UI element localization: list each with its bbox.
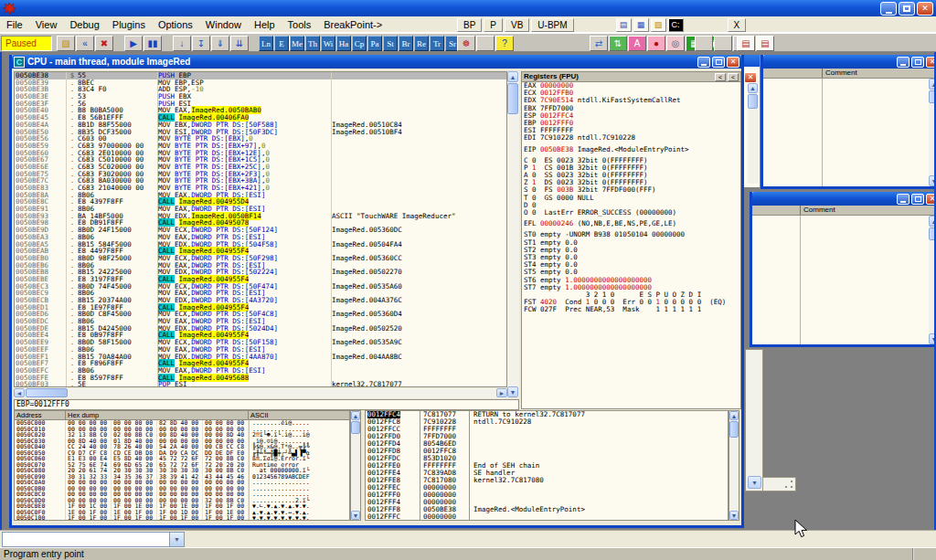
scroll-up-button[interactable]: ▲ <box>929 79 936 90</box>
stack-row[interactable]: 0012FFFC00000000 <box>366 513 728 521</box>
menu-item-debug[interactable]: Debug <box>63 18 105 31</box>
menu-item-view[interactable]: View <box>29 18 64 31</box>
scroll-up-button[interactable]: ▲ <box>351 411 360 420</box>
animate-into-button[interactable]: ⇓ <box>211 36 229 51</box>
close-button[interactable]: ✕ <box>917 2 933 16</box>
menu-item-file[interactable]: File <box>0 18 29 31</box>
console-icon[interactable]: C: <box>668 18 684 32</box>
register-line[interactable]: EDI 7C910228 ntdll.7C910228 <box>522 134 740 142</box>
menu-item-options[interactable]: Options <box>152 18 199 31</box>
scroll-thumb[interactable] <box>351 421 360 434</box>
stack-row[interactable]: 0012FFDC853D1020 <box>366 455 728 462</box>
pane-button-tr[interactable]: Tr <box>430 36 444 51</box>
scroll-up-button[interactable]: ▲ <box>748 83 758 93</box>
comment-pane[interactable] <box>752 216 929 344</box>
folder-icon[interactable]: ▨ <box>651 18 666 32</box>
pane-button-re[interactable]: Re <box>414 36 429 51</box>
spiral-button[interactable]: ◎ <box>666 36 685 51</box>
blank-button[interactable] <box>695 36 713 51</box>
restart-button[interactable]: « <box>76 36 94 51</box>
pane-button-wi[interactable]: Wi <box>321 36 335 51</box>
maximize-button[interactable] <box>911 57 924 68</box>
close-button[interactable]: ✕ <box>727 57 739 68</box>
hexdump-row[interactable]: 0050C1001F 00 1F 001F 00 1F 001F 00 1F 0… <box>15 515 349 521</box>
stack-row[interactable]: 0012FFE0FFFFFFFFEnd of SEH chain <box>366 462 728 470</box>
scroll-thumb[interactable] <box>507 83 518 114</box>
stack-row[interactable]: 0012FFCCFFFFFFFF <box>366 426 728 433</box>
scroll-thumb[interactable] <box>929 90 936 103</box>
scroll-down-button[interactable]: ▼ <box>748 476 761 489</box>
disasm-row[interactable]: 0050BE3E.53PUSH EBX <box>15 93 506 100</box>
scroll-down-button[interactable]: ▼ <box>729 511 739 520</box>
plugin-button-u-bpm[interactable]: U-BPM <box>531 18 573 32</box>
scroll-thumb[interactable] <box>729 421 739 438</box>
scroll-down-button[interactable]: ▼ <box>507 386 518 397</box>
scroll-right-button[interactable]: ► <box>496 388 507 397</box>
open-file-button[interactable]: ▨ <box>57 36 75 51</box>
hidden-window-close-button[interactable]: ✕ <box>744 72 757 83</box>
pane-button-st[interactable]: St <box>383 36 398 51</box>
command-input[interactable] <box>3 533 169 546</box>
updown-arrows-button[interactable]: ⇅ <box>609 36 627 51</box>
swap-arrows-button[interactable]: ⇄ <box>590 36 608 51</box>
close-button[interactable]: ✕ <box>926 194 936 205</box>
pane-button-th[interactable]: Th <box>305 36 320 51</box>
stack-row[interactable]: 0012FFE87C817080kernel32.7C817080 <box>366 477 728 484</box>
appearance-button[interactable] <box>476 36 495 51</box>
plugin-button-vb[interactable]: VB <box>505 18 529 32</box>
register-line[interactable]: EFL 00000246 (NO,NB,E,BE,NS,PE,GE,LE) <box>522 220 740 227</box>
list-doc-button[interactable]: ▤ <box>756 36 774 51</box>
stack-row[interactable]: 0012FFEC00000000 <box>366 484 728 491</box>
menu-item-plugins[interactable]: Plugins <box>106 18 152 31</box>
register-line[interactable]: FCW 027F Prec NEAR,53 Mask 1 1 1 1 1 1 <box>522 306 740 313</box>
menu-item-breakpoint[interactable]: BreakPoint-> <box>317 18 388 31</box>
scroll-thumb[interactable] <box>929 227 936 240</box>
comment-pane[interactable] <box>763 79 929 186</box>
scroll-left-button[interactable]: ◄ <box>14 388 25 397</box>
resize-grip[interactable] <box>783 479 794 490</box>
run-button[interactable]: ▶ <box>124 36 143 51</box>
disasm-row[interactable]: 0050BEFE.E8 8597F8FFCALL ImageRed.004956… <box>15 375 506 382</box>
stack-row[interactable]: 0012FFF000000000 <box>366 491 728 499</box>
pause-button[interactable]: ▮▮ <box>144 36 162 51</box>
scroll-up-button[interactable]: ▲ <box>929 216 936 227</box>
close-button[interactable]: ✕ <box>926 57 936 68</box>
blank-button[interactable] <box>714 36 732 51</box>
cpu-titlebar[interactable]: C CPU - main thread, module ImageRed ✕ <box>12 55 741 69</box>
record-button[interactable]: ● <box>647 36 665 51</box>
notes-icon[interactable]: ▤ <box>616 18 632 32</box>
scroll-thumb[interactable] <box>26 388 68 397</box>
menu-item-window[interactable]: Window <box>199 18 248 31</box>
stack-row[interactable]: 0012FFD07FFD7000 <box>366 433 728 440</box>
registers-next-button[interactable]: < <box>728 73 739 81</box>
scroll-up-button[interactable]: ▲ <box>729 411 739 420</box>
stack-row[interactable]: 0012FFF80050BE38ImageRed.<ModuleEntryPoi… <box>366 506 728 513</box>
comment-window-middle-titlebar[interactable]: ✕ <box>752 192 936 206</box>
register-line[interactable]: T 0 GS 0000 NULL <box>522 195 740 202</box>
close-program-button[interactable]: ✖ <box>95 36 113 51</box>
maximize-button[interactable] <box>911 194 924 205</box>
animate-over-button[interactable]: ⇊ <box>230 36 249 51</box>
calculator-icon[interactable]: ▦ <box>633 18 649 32</box>
stack-row[interactable]: 0012FFC47C817077RETURN to kernel32.7C817… <box>366 411 728 418</box>
plugin-button-p[interactable]: P <box>484 18 503 32</box>
options-gear-button[interactable]: ☸ <box>457 36 475 51</box>
pane-button-ln[interactable]: Ln <box>259 36 273 51</box>
disasm-row[interactable]: 0050BE3B.83C4 F0ADD ESP,-10 <box>15 86 506 93</box>
minimize-button[interactable] <box>697 57 710 68</box>
pane-button-e[interactable]: E <box>274 36 289 51</box>
scroll-down-button[interactable]: ▼ <box>351 511 360 520</box>
comment-window-top-titlebar[interactable]: ✕ <box>763 55 936 69</box>
plugin-close-button[interactable]: X <box>728 18 747 32</box>
registers-prev-button[interactable]: < <box>715 73 726 81</box>
stack-row[interactable]: 0012FFD80012FFC8 <box>366 448 728 455</box>
pane-button-ha[interactable]: Ha <box>336 36 351 51</box>
maximize-button[interactable] <box>899 2 915 16</box>
register-line[interactable]: EIP 0050BE38 ImageRed.<ModuleEntryPoint> <box>522 146 740 153</box>
stack-row[interactable]: 0012FFC87C910228ntdll.7C910228 <box>366 418 728 426</box>
assembler-button[interactable]: A <box>628 36 646 51</box>
scroll-down-button[interactable]: ▼ <box>929 175 936 186</box>
help-button[interactable]: ? <box>495 36 514 51</box>
scroll-down-button[interactable]: ▼ <box>929 333 936 344</box>
minimize-button[interactable] <box>897 194 909 205</box>
